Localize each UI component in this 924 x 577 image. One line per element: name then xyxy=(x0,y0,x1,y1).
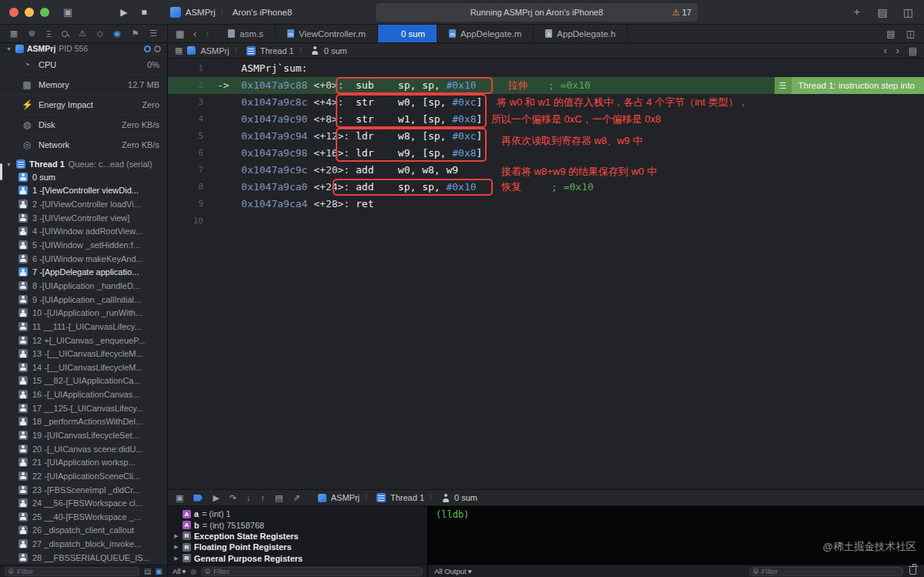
breakpoints-toggle-icon[interactable] xyxy=(193,495,203,502)
line-number[interactable]: 3 xyxy=(168,94,206,111)
step-over-icon[interactable]: ↷ xyxy=(229,493,236,503)
disclosure-icon[interactable]: ▶ xyxy=(173,555,179,562)
jump-thread[interactable]: Thread 1 xyxy=(260,46,294,55)
issue-navigator-icon[interactable]: ⚠ xyxy=(79,29,86,39)
crumb-thread[interactable]: Thread 1 xyxy=(390,493,424,502)
symbol-navigator-icon[interactable]: Ξ xyxy=(46,29,52,39)
window-panes-icon[interactable]: ▣ xyxy=(63,0,72,25)
chevron-left-icon[interactable]: ‹ xyxy=(884,45,887,56)
variable-row[interactable]: A a = (int) 1 xyxy=(168,508,427,519)
editor-list-icon[interactable]: ▤ xyxy=(886,29,895,39)
stack-frame-row[interactable]: 14 -[__UICanvasLifecycleM... xyxy=(18,361,167,374)
jump-frame[interactable]: 0 sum xyxy=(324,46,347,55)
chevron-right-icon[interactable]: › xyxy=(896,45,899,56)
stack-frame-row[interactable]: 15 __82-[_UIApplicationCa... xyxy=(18,374,167,388)
debug-banner[interactable]: ☰ Thread 1: instruction step into xyxy=(775,77,924,94)
test-navigator-icon[interactable]: ◇ xyxy=(97,29,103,39)
project-navigator-icon[interactable]: ▦ xyxy=(10,29,18,39)
step-out-icon[interactable]: ↑ xyxy=(261,493,266,502)
debug-navigator-icon[interactable]: ◉ xyxy=(114,29,122,39)
stack-frame-row[interactable]: 19 -[UICanvasLifecycleSet... xyxy=(18,428,167,442)
view-mode-icon[interactable]: ▣ xyxy=(156,567,162,575)
stack-frame-row[interactable]: 13 -[__UICanvasLifecycleM... xyxy=(18,347,167,361)
variable-row[interactable]: ▶ R Floating Point Registers xyxy=(168,542,427,552)
inspector-toggle-icon[interactable]: ◫ xyxy=(903,6,913,18)
add-button[interactable]: ＋ xyxy=(852,5,862,19)
jump-project[interactable]: ASMPrj xyxy=(200,46,229,55)
run-button[interactable]: ▶ xyxy=(120,0,127,25)
process-row[interactable]: ▼ ASMPrj PID 556 xyxy=(0,43,167,54)
stack-frame-row[interactable]: 9 -[UIApplication _callInitial... xyxy=(18,293,167,307)
stack-frame-row[interactable]: 8 -[UIApplication _handleD... xyxy=(18,279,167,293)
show-only-icon[interactable]: ▤ xyxy=(144,567,151,575)
console-filter-input[interactable]: Filter xyxy=(749,567,903,576)
stack-frame-row[interactable]: 16 -[_UIApplicationCanvas... xyxy=(18,387,167,401)
line-number[interactable]: 7 xyxy=(168,162,206,179)
minimap-icon[interactable]: ▤ xyxy=(909,45,917,56)
stack-frame-row[interactable]: 3 -[UIViewController view] xyxy=(18,211,167,225)
split-editor-icon[interactable]: ◫ xyxy=(906,29,915,39)
navigator-filter-input[interactable]: Filter xyxy=(5,567,139,576)
disclosure-icon[interactable]: ▼ xyxy=(6,46,12,52)
console-scope-dropdown[interactable]: All Output▾ xyxy=(434,567,472,575)
variable-row[interactable]: A b = (int) 75158768 xyxy=(168,519,427,530)
stack-frame-row[interactable]: 4 -[UIWindow addRootView... xyxy=(18,225,167,239)
crumb-frame[interactable]: 0 sum xyxy=(454,493,477,502)
issues-badge[interactable]: ⚠ 17 xyxy=(672,8,691,18)
stack-frame-row[interactable]: 10 -[UIApplication _runWith... xyxy=(18,306,167,320)
variables-scope-dropdown[interactable]: All▾ xyxy=(172,567,186,575)
stack-frame-row[interactable]: 24 __56-[FBSWorkspace cl... xyxy=(18,496,167,510)
close-button[interactable] xyxy=(9,8,18,17)
asm-line[interactable]: 10 xyxy=(168,213,924,230)
variable-row[interactable]: ▶ R Exception State Registers xyxy=(168,531,427,542)
stack-frame-row[interactable]: 23 -[FBSSceneImpl _didCr... xyxy=(18,483,167,497)
line-number[interactable]: 2 xyxy=(168,77,206,94)
breakpoint-navigator-icon[interactable]: ⚑ xyxy=(132,29,139,39)
forward-button[interactable]: › xyxy=(206,29,209,39)
gauge-row[interactable]: ◍ Disk Zero KB/s xyxy=(0,114,167,134)
flag-filter-icon[interactable]: ◎ xyxy=(190,568,196,575)
editor-tab[interactable]: m AppDelegate.m xyxy=(437,25,534,42)
thread-row[interactable]: ▼ Thread 1 Queue: c...ead (serial) xyxy=(0,158,167,170)
scheme-selector[interactable]: ASMPrj 〉 Aron's iPhone8 xyxy=(170,7,293,18)
disclosure-icon[interactable]: ▶ xyxy=(173,533,179,539)
asm-line[interactable]: 1 ASMPrj`sum: xyxy=(168,60,924,77)
stop-button[interactable]: ■ xyxy=(142,0,147,25)
simulate-location-icon[interactable]: ⇗ xyxy=(293,493,300,503)
variable-row[interactable]: ▶ R General Purpose Registers xyxy=(168,553,427,564)
stack-frame-row[interactable]: 25 __40-[FBSWorkspace _... xyxy=(18,510,167,524)
line-number[interactable]: 6 xyxy=(168,145,206,162)
step-into-icon[interactable]: ↓ xyxy=(246,493,251,502)
stack-frame-row[interactable]: 22 -[UIApplicationSceneCli... xyxy=(18,469,167,483)
continue-icon[interactable]: ▶ xyxy=(213,493,219,503)
editor-tab[interactable]: h AppDelegate.h xyxy=(534,25,628,42)
stack-frame-row[interactable]: 28 __FBSSERIALQUEUE_IS... xyxy=(18,551,167,565)
report-navigator-icon[interactable]: ☰ xyxy=(149,29,157,39)
stack-frame-row[interactable]: 5 -[UIWindow _setHidden:f... xyxy=(18,238,167,252)
line-number[interactable]: 5 xyxy=(168,128,206,145)
stack-frame-row[interactable]: 6 -[UIWindow makeKeyAnd... xyxy=(18,252,167,266)
view-hierarchy-icon[interactable]: ▤ xyxy=(275,493,283,503)
variables-filter-input[interactable]: Filter xyxy=(201,567,423,576)
stack-frame-row[interactable]: 0 sum xyxy=(18,170,167,184)
related-items-icon[interactable]: ▦ xyxy=(176,29,184,39)
stack-frame-row[interactable]: 7 -[AppDelegate applicatio... xyxy=(18,265,167,279)
back-button[interactable]: ‹ xyxy=(193,29,196,39)
stack-frame-row[interactable]: 17 __125-[_UICanvasLifecy... xyxy=(18,401,167,415)
crumb-project[interactable]: ASMPrj xyxy=(331,493,360,502)
minimize-button[interactable] xyxy=(25,8,34,17)
stack-frame-row[interactable]: 21 -[UIApplication worksp... xyxy=(18,455,167,469)
hide-debug-area-icon[interactable]: ▣ xyxy=(176,493,183,503)
find-navigator-icon[interactable] xyxy=(62,31,68,37)
disassembly-editor[interactable]: 拉伸 ; =0x10 将 w0 和 w1 的值存入栈中，各占 4 个字节（int… xyxy=(168,59,924,489)
stack-frame-row[interactable]: 20 -[_UICanvas scene:didU... xyxy=(18,442,167,456)
stack-frame-row[interactable]: 26 _dispatch_client_callout xyxy=(18,524,167,538)
library-button[interactable]: ▤ xyxy=(878,6,888,18)
disclosure-icon[interactable]: ▼ xyxy=(6,162,12,167)
line-number[interactable]: 1 xyxy=(168,60,206,77)
line-number[interactable]: 9 xyxy=(168,196,206,213)
asm-line[interactable]: 8 0x1047a9ca0 <+24>: add sp, sp, #0x10 xyxy=(168,179,924,196)
line-number[interactable]: 10 xyxy=(168,213,206,230)
stack-frame-row[interactable]: 2 -[UIViewController loadVi... xyxy=(18,197,167,211)
stack-frame-row[interactable]: 27 _dispatch_block_invoke... xyxy=(18,537,167,551)
